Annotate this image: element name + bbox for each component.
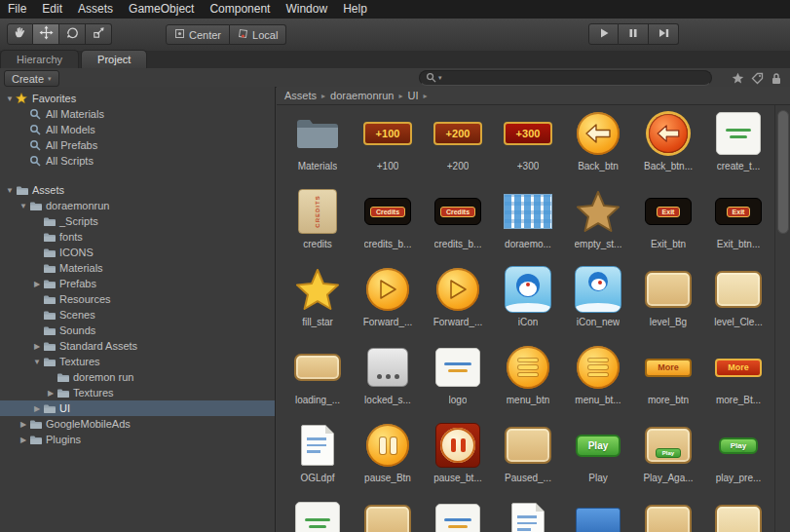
- tree-item-doremon-run[interactable]: doremon run: [0, 369, 275, 385]
- asset-item-credits-b[interactable]: Creditscredits_b...: [423, 185, 493, 263]
- foldout-closed-icon[interactable]: ▶: [31, 280, 43, 288]
- tab-project[interactable]: Project: [81, 50, 147, 68]
- create-button[interactable]: Create ▾: [4, 70, 59, 87]
- asset-item-play-aga[interactable]: PlayPlay_Aga...: [633, 419, 703, 497]
- asset-item[interactable]: [282, 497, 353, 532]
- search-filter-chevron-icon[interactable]: ▾: [438, 74, 442, 82]
- asset-item-forward[interactable]: Forward_...: [353, 263, 423, 341]
- favorites-header[interactable]: ▼Favorites: [0, 91, 275, 106]
- step-button[interactable]: [649, 23, 679, 45]
- asset-item[interactable]: [353, 497, 423, 532]
- favorites-item-all-models[interactable]: All Models: [0, 122, 275, 137]
- asset-item[interactable]: [703, 497, 773, 532]
- asset-item-exit-btn[interactable]: ExitExit_btn...: [703, 185, 773, 263]
- asset-item-more-bt[interactable]: Moremore_Bt...: [703, 341, 773, 419]
- tree-item-scripts[interactable]: _Scripts: [0, 213, 275, 229]
- asset-item-empty-st[interactable]: empty_st...: [563, 185, 633, 263]
- menu-file[interactable]: File: [0, 0, 34, 19]
- tree-item-materials[interactable]: Materials: [0, 260, 275, 276]
- asset-item-ogldpf[interactable]: OGLdpf: [282, 419, 353, 497]
- play-button[interactable]: [588, 23, 619, 45]
- search-field[interactable]: ▾: [419, 70, 712, 86]
- asset-item-more-btn[interactable]: Moremore_btn: [633, 341, 703, 419]
- asset-item[interactable]: [493, 497, 563, 532]
- favorites-item-all-prefabs[interactable]: All Prefabs: [0, 137, 275, 153]
- asset-item-level-cle[interactable]: level_Cle...: [703, 263, 773, 341]
- asset-item[interactable]: [563, 497, 633, 532]
- asset-item-create-t[interactable]: create_t...: [703, 107, 773, 185]
- tree-item-icons[interactable]: ICONS: [0, 245, 275, 260]
- asset-item[interactable]: [633, 497, 703, 532]
- asset-item-level-bg[interactable]: level_Bg: [633, 263, 703, 341]
- asset-item-menu-bt[interactable]: menu_bt...: [563, 341, 633, 419]
- tree-item-fonts[interactable]: fonts: [0, 229, 275, 245]
- asset-item-back-btn[interactable]: Back_btn...: [633, 107, 703, 185]
- center-toggle-button[interactable]: Center: [166, 24, 230, 45]
- asset-item-forward[interactable]: Forward_...: [423, 263, 493, 341]
- tree-item-doraemonrun[interactable]: ▼doraemonrun: [0, 198, 275, 213]
- breadcrumb-segment-assets[interactable]: Assets: [284, 90, 317, 101]
- asset-item-paused[interactable]: Paused_...: [493, 419, 563, 497]
- tree-item-assets[interactable]: ▼Assets: [0, 182, 275, 198]
- vertical-scrollbar[interactable]: [774, 105, 790, 532]
- asset-item-play[interactable]: PlayPlay: [563, 419, 633, 497]
- foldout-closed-icon[interactable]: ▶: [31, 404, 43, 413]
- tree-item-googlemobileads[interactable]: ▶GoogleMobileAds: [0, 416, 275, 432]
- favorites-item-all-scripts[interactable]: All Scripts: [0, 153, 275, 169]
- local-toggle-button[interactable]: Local: [230, 24, 286, 45]
- tree-item-prefabs[interactable]: ▶Prefabs: [0, 276, 275, 291]
- foldout-open-icon[interactable]: ▼: [31, 358, 43, 366]
- asset-item-fill-star[interactable]: fill_star: [282, 263, 353, 341]
- tree-item-resources[interactable]: Resources: [0, 291, 275, 307]
- foldout-closed-icon[interactable]: ▶: [31, 342, 43, 351]
- foldout-closed-icon[interactable]: ▶: [18, 420, 29, 429]
- tree-item-sounds[interactable]: Sounds: [0, 323, 275, 338]
- hand-tool-button[interactable]: [7, 23, 33, 45]
- tree-item-textures[interactable]: ▼Textures: [0, 354, 275, 369]
- asset-item-materials[interactable]: Materials: [282, 107, 353, 185]
- asset-item-pause-btn[interactable]: pause_Btn: [353, 419, 423, 497]
- breadcrumb-segment-doraemonrun[interactable]: doraemonrun: [330, 90, 394, 101]
- menu-edit[interactable]: Edit: [34, 0, 70, 19]
- menu-gameobject[interactable]: GameObject: [121, 0, 202, 19]
- asset-item-back-btn[interactable]: Back_btn: [563, 107, 633, 185]
- tree-item-ui[interactable]: ▶UI: [0, 400, 275, 416]
- asset-item-exit-btn[interactable]: ExitExit_btn: [633, 185, 703, 263]
- rotate-tool-button[interactable]: [59, 23, 86, 45]
- search-input[interactable]: [444, 71, 705, 85]
- foldout-closed-icon[interactable]: ▶: [45, 389, 56, 398]
- tree-item-scenes[interactable]: Scenes: [0, 307, 275, 323]
- foldout-open-icon[interactable]: ▼: [4, 186, 16, 195]
- asset-item-300[interactable]: +300+300: [493, 107, 563, 185]
- move-tool-button[interactable]: [33, 23, 59, 45]
- tree-item-standard-assets[interactable]: ▶Standard Assets: [0, 338, 275, 354]
- asset-item-menu-btn[interactable]: menu_btn: [493, 341, 563, 419]
- menu-assets[interactable]: Assets: [70, 0, 121, 19]
- foldout-open-icon[interactable]: ▼: [18, 202, 29, 210]
- asset-item-200[interactable]: +200+200: [423, 107, 493, 185]
- foldout-open-icon[interactable]: ▼: [4, 95, 16, 103]
- asset-item-100[interactable]: +100+100: [353, 107, 423, 185]
- asset-item-pause-bt[interactable]: pause_bt...: [423, 419, 493, 497]
- asset-item-locked-s[interactable]: locked_s...: [353, 341, 423, 419]
- pause-button[interactable]: [619, 23, 649, 45]
- menu-component[interactable]: Component: [202, 0, 278, 19]
- favorites-item-all-materials[interactable]: All Materials: [0, 106, 275, 122]
- tree-item-plugins[interactable]: ▶Plugins: [0, 432, 275, 447]
- asset-item-icon[interactable]: iCon: [493, 263, 563, 341]
- asset-item-doraemo[interactable]: doraemo...: [493, 185, 563, 263]
- scale-tool-button[interactable]: [86, 23, 112, 45]
- foldout-closed-icon[interactable]: ▶: [18, 436, 29, 444]
- asset-item-credits-b[interactable]: Creditscredits_b...: [353, 185, 423, 263]
- breadcrumb-segment-ui[interactable]: UI: [407, 90, 418, 101]
- asset-item-loading[interactable]: loading_...: [282, 341, 353, 419]
- menu-window[interactable]: Window: [278, 0, 335, 19]
- tree-item-textures[interactable]: ▶Textures: [0, 385, 275, 400]
- tab-hierarchy[interactable]: Hierarchy: [0, 50, 79, 68]
- asset-item-icon-new[interactable]: iCon_new: [563, 263, 633, 341]
- asset-item[interactable]: [423, 497, 493, 532]
- scrollbar-thumb[interactable]: [777, 110, 789, 234]
- menu-help[interactable]: Help: [335, 0, 375, 19]
- asset-item-credits[interactable]: CREDITScredits: [282, 185, 353, 263]
- asset-item-play-pre[interactable]: Playplay_pre...: [703, 419, 773, 497]
